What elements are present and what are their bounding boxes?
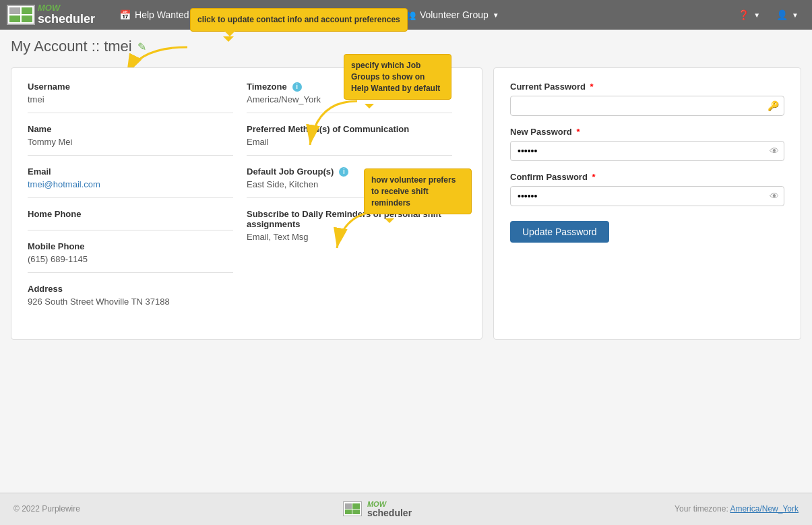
callout-shift-reminders: how volunteer prefers to receive shift r…	[364, 168, 472, 214]
job-groups-callout-wrap: specify which Job Groups to show on Help…	[344, 54, 451, 100]
nav-help-button[interactable]: ❓ ▼	[731, 1, 767, 28]
nav-volunteer-group[interactable]: 👥 Volunteer Group ▼	[394, 1, 510, 28]
nav-help-wanted[interactable]: 📅 Help Wanted	[108, 1, 199, 28]
calendar-icon: 📅	[119, 9, 131, 20]
confirm-password-group: Confirm Password * 👁	[510, 172, 784, 206]
current-password-toggle-icon[interactable]: 🔑	[768, 100, 779, 111]
user-dropdown-icon: ▼	[792, 11, 799, 19]
field-email: Email tmei@hotmail.com	[28, 166, 233, 198]
current-password-group: Current Password * 🔑	[510, 82, 784, 116]
shift-reminders-callout-wrap: how volunteer prefers to receive shift r…	[364, 168, 472, 214]
field-mobile-phone: Mobile Phone (615) 689-1145	[28, 241, 233, 273]
site-logo[interactable]: MOW scheduler	[7, 3, 95, 26]
nav-user-button[interactable]: 👤 ▼	[770, 1, 805, 28]
update-password-button[interactable]: Update Password	[510, 221, 609, 243]
job-groups-arrow	[303, 98, 371, 152]
new-password-toggle-icon[interactable]: 👁	[770, 146, 779, 156]
password-panel: Current Password * 🔑 New Password * 👁	[493, 67, 801, 340]
new-password-group: New Password * 👁	[510, 127, 784, 161]
confirm-password-input[interactable]	[510, 186, 784, 206]
job-groups-info-icon[interactable]: i	[339, 167, 348, 177]
help-dropdown-icon: ▼	[753, 11, 760, 19]
logo-icon	[7, 5, 35, 25]
confirm-password-toggle-icon[interactable]: 👁	[770, 191, 779, 202]
nav-right: ❓ ▼ 👤 ▼	[731, 1, 805, 28]
field-address: Address 926 South Street Whoville TN 371…	[28, 284, 233, 315]
new-password-input[interactable]	[510, 141, 784, 161]
callout-nav-tooltip: click to update contact info and account…	[190, 8, 408, 32]
field-name: Name Tommy Mei	[28, 124, 233, 156]
field-username: Username tmei	[28, 82, 233, 113]
callout-job-groups: specify which Job Groups to show on Help…	[344, 54, 451, 100]
dropdown-icon: ▼	[493, 11, 499, 19]
current-password-input[interactable]	[510, 96, 784, 116]
main-content: Username tmei Name Tommy Mei Email tmei@…	[0, 61, 812, 353]
reminders-arrow	[330, 208, 398, 255]
field-col-left: Username tmei Name Tommy Mei Email tmei@…	[28, 82, 247, 326]
field-home-phone: Home Phone	[28, 209, 233, 230]
timezone-info-icon[interactable]: i	[292, 82, 302, 92]
